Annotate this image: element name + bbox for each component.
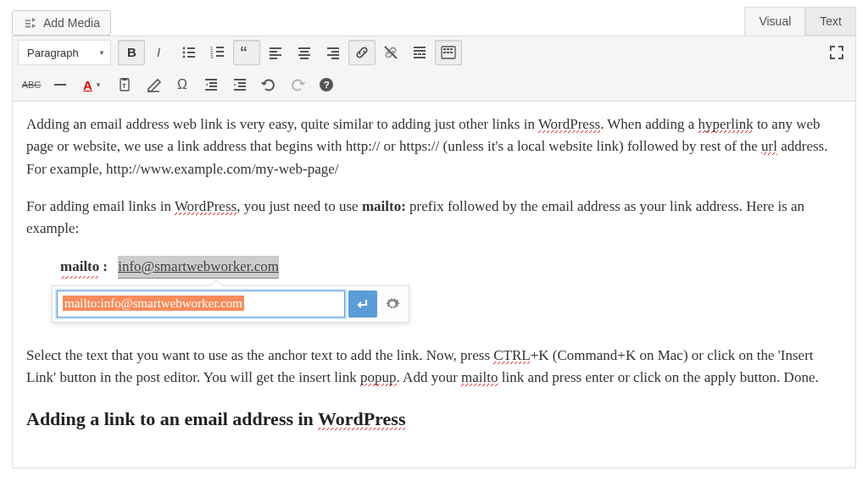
svg-rect-20	[300, 51, 309, 53]
svg-rect-32	[414, 57, 426, 58]
format-select[interactable]: Paragraph	[18, 40, 111, 65]
heading-adding-link: Adding a link to an email address in Wor…	[26, 405, 842, 434]
insert-link-button[interactable]	[348, 40, 376, 65]
svg-text:B: B	[127, 45, 136, 59]
editor-toolbar: Paragraph B I 123 “ ABC A▼ T Ω ?	[12, 36, 856, 102]
editor-tabs: Visual Text	[744, 7, 856, 36]
svg-text:“: “	[240, 44, 248, 61]
outdent-button[interactable]	[198, 72, 225, 97]
svg-text:?: ?	[324, 80, 330, 90]
link-options-button[interactable]	[381, 290, 404, 318]
link-url-input[interactable]: mailto:info@smartwebworker.com	[57, 290, 345, 318]
bullet-list-button[interactable]	[175, 40, 203, 65]
gear-icon	[384, 296, 401, 312]
svg-rect-35	[447, 48, 449, 50]
remove-link-button[interactable]	[377, 40, 404, 65]
svg-text:3: 3	[210, 54, 214, 59]
editor-content[interactable]: Adding an email address web link is very…	[12, 102, 856, 468]
svg-rect-22	[300, 58, 309, 59]
svg-rect-48	[234, 79, 246, 80]
horizontal-rule-button[interactable]	[47, 72, 74, 97]
svg-rect-44	[205, 79, 217, 80]
toolbar-toggle-button[interactable]	[435, 40, 462, 65]
paste-text-button[interactable]: T	[111, 72, 138, 97]
svg-rect-21	[298, 54, 310, 56]
undo-button[interactable]	[255, 72, 282, 97]
svg-rect-49	[238, 82, 246, 84]
svg-rect-42	[122, 78, 127, 80]
svg-text:I: I	[157, 45, 160, 59]
svg-rect-3	[187, 47, 195, 49]
fullscreen-button[interactable]	[823, 40, 850, 65]
svg-rect-5	[187, 52, 195, 53]
svg-rect-39	[450, 52, 453, 53]
svg-rect-15	[270, 47, 281, 49]
strikethrough-button[interactable]: ABC	[18, 72, 45, 97]
svg-rect-45	[209, 82, 217, 84]
svg-rect-9	[216, 47, 224, 48]
svg-rect-7	[187, 56, 195, 58]
svg-rect-11	[216, 51, 224, 53]
align-center-button[interactable]	[291, 40, 318, 65]
svg-text:T: T	[122, 82, 126, 90]
special-char-button[interactable]: Ω	[169, 72, 196, 97]
svg-rect-13	[216, 55, 224, 57]
add-media-label: Add Media	[43, 16, 100, 30]
svg-rect-50	[238, 86, 246, 87]
help-button[interactable]: ?	[313, 72, 340, 97]
svg-rect-38	[447, 52, 449, 53]
tab-visual[interactable]: Visual	[744, 7, 805, 36]
blockquote-button[interactable]: “	[233, 40, 260, 65]
apply-link-button[interactable]	[348, 290, 377, 318]
add-media-button[interactable]: Add Media	[12, 10, 111, 36]
media-icon	[23, 15, 38, 30]
indent-button[interactable]	[226, 72, 253, 97]
svg-rect-16	[270, 51, 277, 53]
svg-rect-25	[327, 54, 339, 56]
svg-rect-51	[234, 89, 246, 91]
italic-button[interactable]: I	[147, 40, 174, 65]
insert-link-popup: mailto:info@smartwebworker.com	[52, 285, 409, 323]
svg-rect-29	[414, 53, 417, 55]
align-right-button[interactable]	[320, 40, 347, 65]
svg-rect-27	[414, 47, 426, 48]
svg-rect-36	[450, 48, 453, 50]
align-left-button[interactable]	[262, 40, 289, 65]
text-color-button[interactable]: A▼	[75, 72, 109, 97]
bold-button[interactable]: B	[118, 40, 145, 65]
redo-button[interactable]	[284, 72, 311, 97]
svg-rect-26	[331, 58, 339, 59]
svg-rect-30	[418, 53, 421, 55]
clear-formatting-button[interactable]	[140, 72, 167, 97]
svg-rect-24	[331, 51, 339, 53]
svg-rect-34	[443, 48, 446, 50]
paragraph-1: Adding an email address web link is very…	[26, 113, 842, 180]
tab-text[interactable]: Text	[805, 7, 856, 36]
svg-point-6	[183, 56, 186, 58]
paragraph-3: Select the text that you want to use as …	[26, 345, 842, 390]
svg-point-4	[183, 52, 186, 54]
svg-rect-40	[54, 84, 66, 86]
svg-rect-19	[298, 47, 310, 49]
enter-icon	[354, 296, 371, 312]
svg-rect-23	[327, 47, 339, 49]
svg-rect-31	[422, 53, 426, 55]
svg-rect-28	[414, 50, 426, 52]
paragraph-2: For adding email links in WordPress, you…	[26, 196, 842, 240]
svg-point-2	[183, 47, 186, 50]
insert-more-button[interactable]	[406, 40, 433, 65]
selected-link-text[interactable]: info@smartwebworker.com	[118, 256, 279, 279]
svg-rect-37	[443, 52, 446, 53]
svg-rect-18	[270, 58, 277, 59]
svg-rect-47	[205, 89, 217, 91]
svg-rect-46	[209, 86, 217, 87]
svg-rect-17	[270, 54, 281, 56]
numbered-list-button[interactable]: 123	[204, 40, 231, 65]
example-mailto-line: mailto: info@smartwebworker.com	[26, 256, 842, 279]
